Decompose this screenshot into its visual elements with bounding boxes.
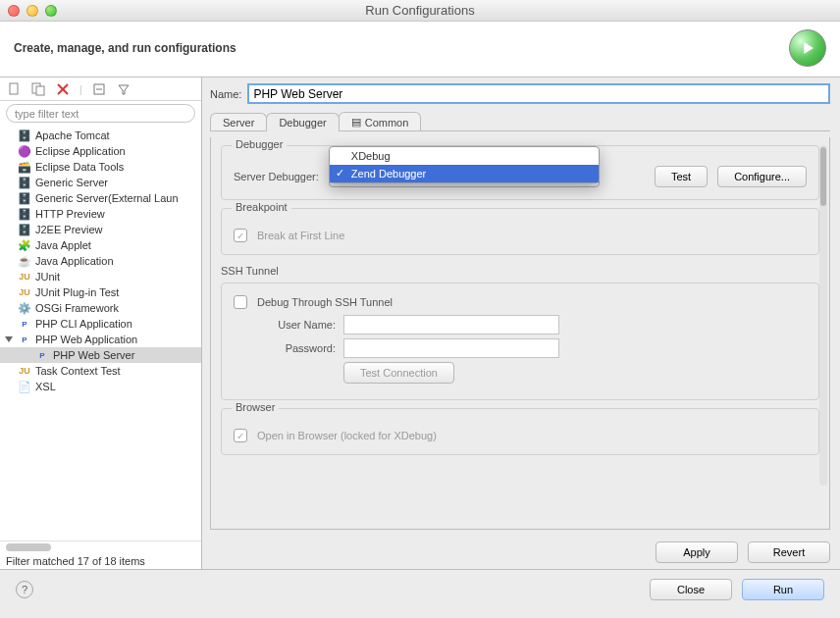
collapse-all-icon[interactable]: [92, 81, 107, 96]
tree-item-apache-tomcat[interactable]: 🗄️Apache Tomcat: [0, 128, 201, 143]
tree-item-osgi[interactable]: ⚙️OSGi Framework: [0, 300, 201, 316]
ssh-toggle-checkbox[interactable]: [234, 295, 247, 309]
junit-icon: JU: [18, 270, 31, 283]
configure-button[interactable]: Configure...: [717, 166, 807, 187]
java-icon: ☕: [18, 254, 31, 268]
close-button[interactable]: Close: [650, 579, 732, 600]
tab-bar: Server Debugger ▤Common: [210, 110, 830, 131]
server-icon: 🗄️: [18, 129, 31, 142]
tree-item-java-application[interactable]: ☕Java Application: [0, 253, 201, 269]
server-icon: 🗄️: [18, 191, 31, 205]
tree-item-xsl[interactable]: 📄XSL: [0, 379, 201, 394]
sidebar-toolbar: |: [0, 77, 201, 101]
osgi-icon: ⚙️: [18, 301, 31, 315]
main-actions: Apply Revert: [210, 541, 830, 563]
svg-rect-3: [36, 86, 44, 95]
expand-icon[interactable]: [4, 335, 14, 344]
svg-marker-0: [804, 42, 814, 54]
name-input[interactable]: [247, 83, 830, 104]
filter-status: Filter matched 17 of 18 items: [6, 555, 195, 567]
php-web-icon: P: [35, 348, 49, 362]
xsl-icon: 📄: [18, 380, 31, 393]
tree-item-junit[interactable]: JUJUnit: [0, 269, 201, 284]
junit-icon: JU: [18, 364, 31, 378]
php-web-icon: P: [18, 333, 31, 346]
duplicate-config-icon[interactable]: [30, 81, 45, 96]
ssh-password-input[interactable]: [343, 338, 559, 358]
server-icon: 🗄️: [18, 207, 31, 221]
tree-item-junit-plugin[interactable]: JUJUnit Plug-in Test: [0, 284, 201, 300]
main-panel: Name: Server Debugger ▤Common Debugger S…: [202, 77, 840, 569]
group-breakpoint-label: Breakpoint: [232, 201, 291, 213]
tree-item-generic-server[interactable]: 🗄️Generic Server: [0, 175, 201, 190]
tab-server[interactable]: Server: [210, 113, 267, 131]
run-button[interactable]: Run: [742, 579, 824, 600]
test-connection-button[interactable]: Test Connection: [343, 362, 454, 384]
server-debugger-label: Server Debugger:: [234, 171, 319, 182]
tree-item-task-context[interactable]: JUTask Context Test: [0, 363, 201, 379]
ssh-password-label: Password:: [259, 342, 336, 354]
dialog-footer: ? Close Run: [0, 570, 840, 609]
ssh-username-input[interactable]: [343, 315, 559, 335]
break-first-line-label: Break at First Line: [257, 230, 344, 241]
delete-config-icon[interactable]: [55, 81, 70, 96]
name-label: Name:: [210, 88, 241, 100]
open-browser-checkbox: [234, 429, 247, 442]
test-button[interactable]: Test: [655, 166, 708, 187]
sidebar: | type filter text 🗄️Apache Tomcat 🟣Ecli…: [0, 77, 202, 569]
group-debugger-label: Debugger: [232, 138, 287, 150]
tab-debugger[interactable]: Debugger: [266, 113, 339, 131]
tree-item-j2ee-preview[interactable]: 🗄️J2EE Preview: [0, 222, 201, 237]
sidebar-footer: Filter matched 17 of 18 items: [0, 541, 201, 569]
dropdown-item-xdebug[interactable]: XDebug: [330, 147, 599, 165]
filter-input[interactable]: type filter text: [6, 104, 195, 123]
dialog-header: Create, manage, and run configurations: [0, 22, 840, 77]
ssh-username-label: User Name:: [259, 319, 336, 331]
applet-icon: 🧩: [18, 238, 31, 252]
database-icon: 🗃️: [18, 160, 31, 174]
tree-item-eclipse-application[interactable]: 🟣Eclipse Application: [0, 143, 201, 159]
run-hero-icon: [789, 29, 826, 67]
tree-item-php-web-server[interactable]: PPHP Web Server: [0, 347, 201, 363]
group-browser: Browser Open in Browser (locked for XDeb…: [221, 408, 819, 455]
server-icon: 🗄️: [18, 176, 31, 189]
group-browser-label: Browser: [232, 401, 279, 413]
tab-common[interactable]: ▤Common: [339, 112, 422, 131]
tree-item-php-cli[interactable]: PPHP CLI Application: [0, 316, 201, 332]
tree-item-eclipse-data-tools[interactable]: 🗃️Eclipse Data Tools: [0, 159, 201, 175]
ssh-tunnel-heading: SSH Tunnel: [221, 265, 819, 277]
dropdown-item-zend[interactable]: ✓Zend Debugger: [330, 165, 599, 182]
svg-marker-9: [5, 336, 13, 342]
help-icon[interactable]: ?: [16, 581, 33, 598]
horizontal-scrollbar[interactable]: [6, 543, 51, 551]
revert-button[interactable]: Revert: [748, 541, 830, 563]
window-title: Run Configurations: [0, 3, 840, 18]
tab-body-debugger: Debugger Server Debugger: Zend Debugger …: [210, 137, 830, 530]
new-config-icon[interactable]: [6, 81, 21, 96]
vertical-scrollbar[interactable]: [819, 145, 827, 486]
server-debugger-select[interactable]: Zend Debugger XDebug ✓Zend Debugger: [329, 166, 600, 187]
tree-item-php-web-app[interactable]: PPHP Web Application: [0, 332, 201, 347]
config-tree[interactable]: 🗄️Apache Tomcat 🟣Eclipse Application 🗃️E…: [0, 126, 201, 541]
group-breakpoint: Breakpoint Break at First Line: [221, 208, 819, 255]
filter-menu-icon[interactable]: [117, 81, 131, 96]
open-browser-label: Open in Browser (locked for XDebug): [257, 430, 437, 441]
tree-item-http-preview[interactable]: 🗄️HTTP Preview: [0, 206, 201, 222]
server-icon: 🗄️: [18, 223, 31, 236]
check-icon: ✓: [336, 167, 344, 180]
ssh-toggle-label: Debug Through SSH Tunnel: [257, 296, 393, 308]
filter-placeholder: type filter text: [15, 108, 79, 120]
dialog-heading: Create, manage, and run configurations: [14, 41, 789, 55]
break-first-line-checkbox: [234, 229, 247, 242]
server-debugger-dropdown: XDebug ✓Zend Debugger: [329, 146, 600, 183]
tree-item-java-applet[interactable]: 🧩Java Applet: [0, 237, 201, 253]
group-ssh: Debug Through SSH Tunnel User Name: Pass…: [221, 283, 819, 400]
titlebar: Run Configurations: [0, 0, 840, 22]
scrollbar-thumb[interactable]: [820, 147, 826, 206]
apply-button[interactable]: Apply: [656, 541, 738, 563]
svg-marker-8: [119, 85, 129, 94]
group-debugger: Debugger Server Debugger: Zend Debugger …: [221, 145, 819, 200]
junit-plugin-icon: JU: [18, 285, 31, 299]
common-tab-icon: ▤: [351, 116, 361, 129]
tree-item-generic-server-external[interactable]: 🗄️Generic Server(External Laun: [0, 190, 201, 206]
